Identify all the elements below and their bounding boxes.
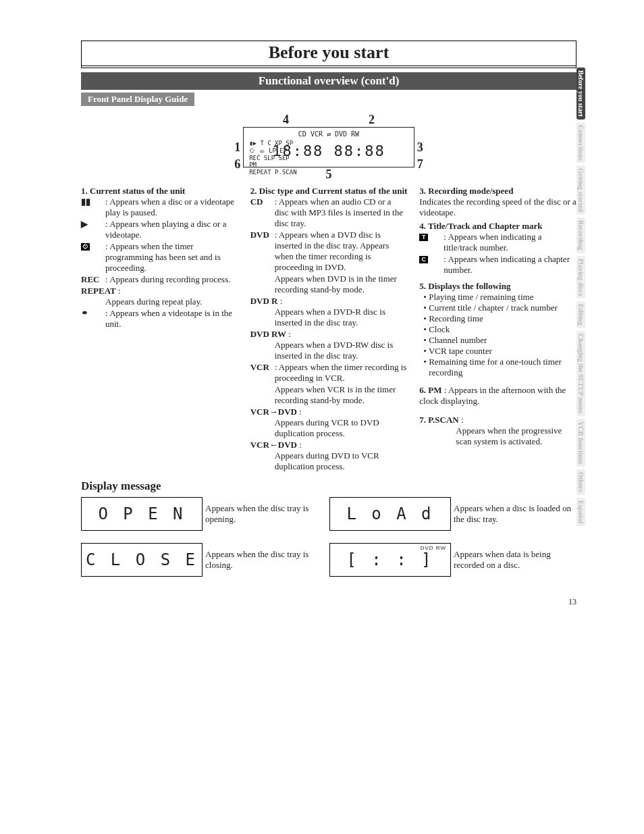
h7-num: 7. xyxy=(419,415,426,425)
b7-text: Remaining time for a one-touch timer rec… xyxy=(429,357,562,377)
msg1-text: Appears when the disc tray is opening. xyxy=(205,503,327,525)
dvd2vcr-label: VCR←DVD xyxy=(250,440,297,450)
timer-text: : Appears when the timer programming has… xyxy=(105,241,221,273)
panel-line4: REC SLP SEP xyxy=(249,155,296,162)
tab-playing-discs[interactable]: Playing discs xyxy=(576,256,585,298)
play-icon: ▶ xyxy=(81,219,103,230)
front-panel-diagram: 4 1 6 4 2 CD VCR ⇄ DVD RW ▮▶ T C XP SP xyxy=(81,113,576,182)
repeat-text: Appears during repeat play. xyxy=(105,296,203,307)
lcd-load: L o A d xyxy=(329,497,451,531)
cd-label: CD xyxy=(250,197,272,207)
b7: • Remaining time for a one-touch timer r… xyxy=(429,357,576,378)
lcd-open-seg: O P E N xyxy=(98,504,185,523)
diagram-callout-3: 3 xyxy=(417,140,423,155)
c-text: : Appears when indicating a chapter numb… xyxy=(444,254,570,275)
tab-editing[interactable]: Editing xyxy=(576,301,585,328)
col1-heading: 1. Current status of the unit xyxy=(81,186,238,197)
pause-icon: ▮▮ xyxy=(81,197,103,207)
lcd-record-flag: DVD RW xyxy=(421,545,446,551)
b6-text: VCR tape counter xyxy=(429,346,492,356)
repeat-colon: : xyxy=(118,286,121,296)
vcr2dvd-label: VCR→DVD xyxy=(250,407,297,417)
diagram-callout-6: 6 xyxy=(234,157,240,172)
pscan-text: Appears when the progressive scan system… xyxy=(456,425,562,446)
cd-text: : Appears when an audio CD or a disc wit… xyxy=(275,197,403,228)
vcr2dvd-text: Appears during VCR to DVD duplication pr… xyxy=(275,417,379,438)
lcd-record-seg: [ : : ] xyxy=(346,550,433,569)
b4: • Clock xyxy=(429,324,576,335)
diagram-callout-4: 4 xyxy=(283,113,289,127)
b3: • Recording time xyxy=(429,313,576,324)
b1-text: Playing time / remaining time xyxy=(429,292,533,302)
msg4-text: Appears when data is being recorded on a… xyxy=(454,549,575,571)
column-2: 2. Disc type and Current status of the u… xyxy=(250,186,408,473)
timer-icon: ⏲ xyxy=(81,243,90,251)
b5-text: Channel number xyxy=(429,335,487,345)
vcr2dvd-colon: : xyxy=(299,407,302,417)
panel-line6: REPEAT P.SCAN xyxy=(249,169,296,176)
lcd-load-seg: L o A d xyxy=(346,504,433,523)
rec-label: REC xyxy=(81,274,103,285)
panel-line5: PM xyxy=(249,161,296,169)
pause-text: : Appears when a disc or a videotape pla… xyxy=(105,197,234,217)
dvd-text2: Appears when DVD is in the timer recordi… xyxy=(275,273,397,294)
msg2-text: Appears when a disc is loaded on the dis… xyxy=(454,503,575,525)
vcr-label: VCR xyxy=(250,362,272,373)
tab-setup-menu[interactable]: Changing the SETUP menu xyxy=(576,331,585,416)
b2: • Current title / chapter / track number xyxy=(429,303,576,313)
diagram-callout-2: 2 xyxy=(369,113,375,127)
b2-text: Current title / chapter / track number xyxy=(429,303,558,313)
dvdrw-text: Appears when a DVD-RW disc is inserted i… xyxy=(275,340,394,361)
tab-recording[interactable]: Recording xyxy=(576,217,585,253)
h6-num: 6. xyxy=(419,385,426,395)
tab-others[interactable]: Others xyxy=(576,469,585,494)
column-3: 3. Recording mode/speed Indicates the re… xyxy=(419,186,576,473)
b6: • VCR tape counter xyxy=(429,346,576,357)
panel-line3: ⏲ ⚭ LP EP xyxy=(249,147,296,155)
play-text: : Appears when playing a disc or a video… xyxy=(105,219,226,240)
b5: • Channel number xyxy=(429,335,576,346)
column-1: 1. Current status of the unit ▮▮: Appear… xyxy=(81,186,238,473)
panel-display-box: CD VCR ⇄ DVD RW ▮▶ T C XP SP ⏲ ⚭ LP EP R… xyxy=(243,127,414,167)
lcd-close: C L O S E xyxy=(81,543,203,577)
dvd2vcr-colon: : xyxy=(299,440,302,450)
b1: • Playing time / remaining time xyxy=(429,292,576,303)
tape-icon: ⚭ xyxy=(81,308,103,319)
display-message-grid: O P E N Appears when the disc tray is op… xyxy=(81,497,576,577)
c-icon: C xyxy=(419,256,428,263)
tab-connections[interactable]: Connections xyxy=(576,122,585,163)
panel-line1: CD VCR ⇄ DVD RW xyxy=(248,130,410,138)
repeat-label: REPEAT xyxy=(81,286,116,296)
tab-espanol[interactable]: Español xyxy=(576,498,585,526)
dvdr-text: Appears when a DVD-R disc is inserted in… xyxy=(275,307,385,328)
chapter-banner: Before you start xyxy=(81,41,576,68)
panel-line2: ▮▶ T C XP SP xyxy=(249,140,296,147)
msg3-text: Appears when the disc tray is closing. xyxy=(205,549,327,571)
col3-heading5: 5. Displays the following xyxy=(419,281,576,292)
tab-getting-started[interactable]: Getting started xyxy=(576,165,585,215)
t-icon: T xyxy=(419,234,428,241)
dvdrw-colon: : xyxy=(288,329,291,339)
page-number: 13 xyxy=(81,597,576,607)
col2-heading: 2. Disc type and Current status of the u… xyxy=(250,186,408,197)
tape-text: : Appears when a videotape is in the uni… xyxy=(105,308,232,329)
section-bar: Functional overview (cont'd) xyxy=(81,72,576,90)
chapter-title: Before you start xyxy=(82,43,576,63)
col3-heading4: 4. Title/Track and Chapter mark xyxy=(419,221,576,232)
dvdrw-label: DVD RW xyxy=(250,329,286,339)
dvd-text: : Appears when a DVD disc is inserted in… xyxy=(275,230,390,272)
dvd-label: DVD xyxy=(250,230,272,240)
b3-text: Recording time xyxy=(429,313,483,323)
pscan-label: P.SCAN xyxy=(428,415,458,425)
dvdr-label: DVD R xyxy=(250,296,278,306)
dvd2vcr-text: Appears during DVD to VCR duplication pr… xyxy=(275,450,379,471)
lcd-close-seg: C L O S E xyxy=(86,550,198,569)
diagram-callout-7: 7 xyxy=(417,157,423,172)
pm-label: PM xyxy=(428,385,441,395)
t-text: : Appears when indicating a title/track … xyxy=(444,232,541,253)
b4-text: Clock xyxy=(429,324,450,334)
col3-heading3: 3. Recording mode/speed xyxy=(419,186,576,197)
tab-vcr-functions[interactable]: VCR functions xyxy=(576,419,585,467)
diagram-callout-5: 5 xyxy=(325,167,331,182)
tab-before-you-start[interactable]: Before you start xyxy=(576,68,585,120)
